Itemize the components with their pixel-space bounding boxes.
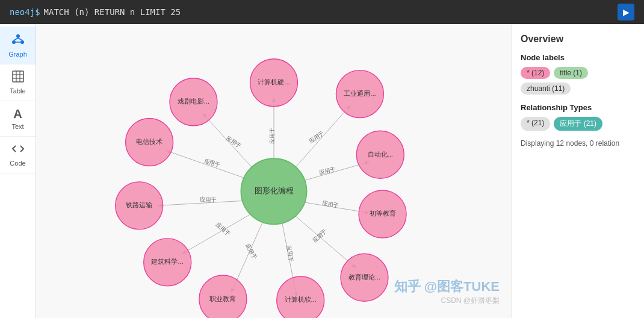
svg-line-4 bbox=[18, 38, 22, 40]
svg-text:图形化编程: 图形化编程 bbox=[255, 186, 294, 195]
svg-text:工业通用...: 工业通用... bbox=[344, 90, 376, 97]
sidebar-item-text[interactable]: A Text bbox=[0, 101, 36, 137]
svg-line-3 bbox=[14, 38, 18, 40]
overview-title: Overview bbox=[521, 34, 636, 45]
svg-rect-6 bbox=[13, 71, 23, 82]
node-labels-title: Node labels bbox=[521, 53, 636, 62]
badge-zhuanti-nodes[interactable]: zhuanti (11) bbox=[521, 83, 571, 95]
svg-text:自动化...: 自动化... bbox=[368, 151, 393, 158]
svg-text:应用于: 应用于 bbox=[268, 128, 275, 144]
svg-text:应用于: 应用于 bbox=[321, 199, 338, 209]
status-text: Displaying 12 nodes, 0 relation bbox=[521, 139, 636, 148]
svg-text:计算机软...: 计算机软... bbox=[285, 296, 317, 303]
svg-text:应用于: 应用于 bbox=[308, 129, 325, 144]
svg-text:应用于: 应用于 bbox=[200, 196, 216, 203]
svg-text:电信技术: 电信技术 bbox=[136, 138, 163, 145]
main-content: Graph Table A Text Code bbox=[0, 24, 644, 318]
run-button[interactable]: ▶ bbox=[618, 4, 634, 20]
right-panel: Overview Node labels * (12) title (1) zh… bbox=[512, 24, 644, 318]
svg-text:职业教育: 职业教育 bbox=[209, 295, 236, 302]
svg-text:铁路运输: 铁路运输 bbox=[125, 201, 152, 208]
graph-svg: 应用于 应用于 应用于 应用于 应用于 应用于 应用于 应用于 应用于 应用于 … bbox=[36, 24, 512, 318]
badge-all-rels[interactable]: * (21) bbox=[521, 117, 550, 131]
relationship-types-title: Relationship Types bbox=[521, 103, 636, 112]
sidebar: Graph Table A Text Code bbox=[0, 24, 36, 318]
graph-icon bbox=[11, 33, 25, 49]
prompt-label: neo4j$ bbox=[10, 7, 40, 17]
text-label: Text bbox=[11, 123, 23, 130]
rel-badges-container: * (21) 应用于 (21) bbox=[521, 117, 636, 131]
svg-text:建筑科学...: 建筑科学... bbox=[150, 258, 183, 265]
svg-point-2 bbox=[20, 40, 24, 44]
node-labels-container: * (12) title (1) zhuanti (11) bbox=[521, 67, 636, 95]
badge-all-nodes[interactable]: * (12) bbox=[521, 67, 550, 79]
svg-text:教育理论...: 教育理论... bbox=[348, 273, 380, 281]
code-icon bbox=[12, 143, 24, 158]
top-bar: neo4j$ MATCH (n) RETURN n LIMIT 25 ▶ bbox=[0, 0, 644, 24]
svg-text:初等教育: 初等教育 bbox=[370, 210, 396, 217]
badge-title-nodes[interactable]: title (1) bbox=[554, 67, 588, 79]
badge-applied-rels[interactable]: 应用于 (21) bbox=[554, 117, 602, 131]
query-text: MATCH (n) RETURN n LIMIT 25 bbox=[44, 7, 618, 17]
svg-point-0 bbox=[16, 34, 20, 38]
sidebar-item-code[interactable]: Code bbox=[0, 137, 36, 173]
svg-point-1 bbox=[12, 40, 16, 44]
sidebar-item-table[interactable]: Table bbox=[0, 64, 36, 101]
svg-text:计算机硬...: 计算机硬... bbox=[258, 78, 289, 86]
sidebar-item-graph[interactable]: Graph bbox=[0, 26, 36, 64]
svg-text:应用于: 应用于 bbox=[215, 221, 232, 237]
table-label: Table bbox=[10, 87, 25, 95]
text-icon: A bbox=[13, 107, 22, 121]
svg-text:戏剧电影...: 戏剧电影... bbox=[178, 98, 209, 105]
svg-text:应用于: 应用于 bbox=[285, 245, 295, 261]
graph-area[interactable]: 应用于 应用于 应用于 应用于 应用于 应用于 应用于 应用于 应用于 应用于 … bbox=[36, 24, 512, 318]
code-label: Code bbox=[10, 160, 25, 167]
table-icon bbox=[12, 70, 24, 86]
graph-label: Graph bbox=[8, 51, 27, 58]
svg-text:应用于: 应用于 bbox=[311, 228, 328, 243]
